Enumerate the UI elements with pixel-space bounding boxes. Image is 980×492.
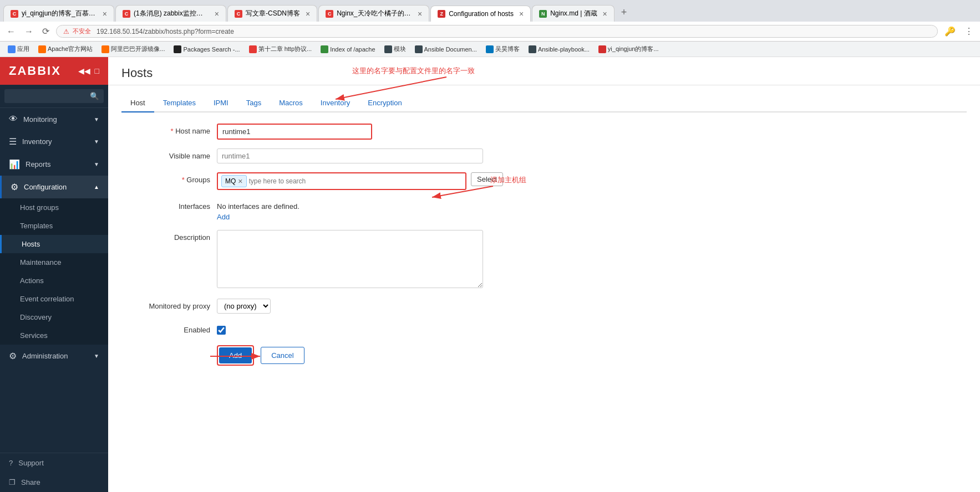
- forward-button[interactable]: →: [22, 25, 35, 38]
- apps-icon: [8, 45, 16, 53]
- proxy-select[interactable]: (no proxy): [217, 299, 271, 314]
- tab-host[interactable]: Host: [121, 94, 154, 112]
- tab-macros[interactable]: Macros: [270, 94, 312, 112]
- page-title: Hosts: [121, 66, 967, 80]
- tab-title-5: Configuration of hosts: [449, 10, 514, 18]
- monitoring-icon: 👁: [9, 114, 18, 124]
- tag-remove-button[interactable]: ×: [238, 177, 242, 186]
- yi-icon: [598, 45, 606, 53]
- host-name-input[interactable]: [217, 124, 372, 140]
- back-button[interactable]: ←: [4, 25, 18, 38]
- menu-button[interactable]: ⋮: [962, 25, 976, 38]
- ansible-pb-icon: [529, 45, 536, 53]
- bookmark-module[interactable]: 模块: [381, 44, 409, 54]
- visible-name-row: Visible name: [121, 148, 967, 163]
- bookmark-http-label: 第十二章 http协议...: [258, 45, 312, 53]
- proxy-label: Monitored by proxy: [121, 299, 210, 310]
- tab-ipmi[interactable]: IPMI: [205, 94, 237, 112]
- tab-close-1[interactable]: ×: [103, 9, 107, 18]
- bookmark-packages[interactable]: Packages Search -...: [170, 44, 243, 54]
- sidebar-item-hosts[interactable]: Hosts: [0, 235, 108, 253]
- security-icon: ⚠: [63, 28, 69, 35]
- add-button[interactable]: Add: [219, 347, 252, 363]
- cancel-button[interactable]: Cancel: [261, 347, 304, 364]
- tab-6[interactable]: N Nginx.md | 酒蔵 ×: [532, 5, 615, 22]
- sidebar-item-discovery[interactable]: Discovery: [0, 308, 108, 326]
- bookmark-wuhao[interactable]: 吴昊博客: [483, 44, 523, 54]
- bookmark-alibaba[interactable]: 阿里巴巴开源镜像...: [98, 44, 168, 54]
- tab-inventory[interactable]: Inventory: [312, 94, 359, 112]
- monitoring-chevron: ▼: [94, 116, 99, 122]
- bookmark-yi[interactable]: yi_qingjun的博客...: [595, 44, 662, 54]
- proxy-control: (no proxy): [217, 299, 494, 314]
- description-label: Description: [121, 230, 210, 242]
- tab-1[interactable]: C yi_qingjun的博客_百慕倾倾 ×: [3, 5, 114, 22]
- tab-close-3[interactable]: ×: [306, 9, 310, 18]
- tab-2[interactable]: C (1条消息) zabbix监控流程_y ×: [115, 5, 226, 22]
- sidebar-item-share[interactable]: ❐ Share: [0, 473, 108, 492]
- sidebar-item-inventory[interactable]: ☰ Inventory ▼: [0, 130, 108, 153]
- sidebar-item-services[interactable]: Services: [0, 326, 108, 345]
- new-tab-button[interactable]: +: [616, 3, 633, 22]
- support-label: Support: [18, 459, 44, 467]
- inventory-icon: ☰: [9, 136, 17, 147]
- bookmark-alibaba-label: 阿里巴巴开源镜像...: [111, 45, 165, 53]
- sidebar-item-templates[interactable]: Templates: [0, 217, 108, 235]
- search-button[interactable]: 🔍: [85, 89, 104, 103]
- tab-close-4[interactable]: ×: [418, 9, 422, 18]
- tab-5[interactable]: Z Configuration of hosts ×: [430, 6, 531, 22]
- tab-close-2[interactable]: ×: [215, 9, 219, 18]
- extensions-button[interactable]: 🔑: [942, 25, 958, 38]
- sidebar-item-actions[interactable]: Actions: [0, 271, 108, 290]
- collapse-icon[interactable]: ◀◀: [78, 66, 90, 75]
- tab-close-6[interactable]: ×: [603, 9, 607, 18]
- description-input[interactable]: [217, 230, 483, 288]
- host-name-row: Host name 这里的名字要与配置文件里的名字一致: [121, 124, 967, 140]
- tab-3[interactable]: C 写文章-CSDN博客 ×: [227, 5, 317, 22]
- search-input[interactable]: [4, 89, 85, 103]
- form-area: Host Templates IPMI Tags Macros Inventor…: [108, 85, 980, 375]
- tab-close-5[interactable]: ×: [519, 9, 524, 18]
- refresh-button[interactable]: ⟳: [40, 25, 52, 38]
- address-text: 192.168.50.154/zabbix/hosts.php?form=cre…: [97, 28, 234, 35]
- interfaces-add-link[interactable]: Add: [217, 213, 494, 221]
- tab-tags[interactable]: Tags: [237, 94, 270, 112]
- sidebar-item-support[interactable]: ? Support: [0, 453, 108, 473]
- reports-label: Reports: [26, 160, 51, 168]
- wuhao-icon: [486, 45, 494, 53]
- sidebar-item-configuration[interactable]: ⚙ Configuration ▲: [0, 176, 108, 198]
- sidebar-item-maintenance[interactable]: Maintenance: [0, 253, 108, 271]
- bookmark-apps-label: 应用: [17, 45, 29, 53]
- sidebar-item-reports[interactable]: 📊 Reports ▼: [0, 153, 108, 176]
- tab-templates[interactable]: Templates: [154, 94, 205, 112]
- sidebar-item-monitoring[interactable]: 👁 Monitoring ▼: [0, 108, 108, 130]
- bookmark-wuhao-label: 吴昊博客: [495, 45, 520, 53]
- tab-4[interactable]: C Nginx_天冷吃个橘子的博客... ×: [318, 5, 429, 22]
- logo-controls[interactable]: ◀◀ □: [78, 66, 99, 75]
- sidebar-item-host-groups[interactable]: Host groups: [0, 198, 108, 217]
- page-header: Hosts: [108, 57, 980, 85]
- tab-favicon-1: C: [11, 10, 18, 18]
- expand-icon[interactable]: □: [95, 66, 99, 75]
- groups-control: MQ × Select: [217, 172, 516, 190]
- tab-encryption[interactable]: Encryption: [359, 94, 410, 112]
- select-button[interactable]: Select: [471, 172, 503, 186]
- host-name-control: [217, 124, 494, 140]
- sidebar-item-event-correlation[interactable]: Event correlation: [0, 290, 108, 308]
- bookmark-ansible-playbook[interactable]: Ansible-playbook...: [525, 44, 593, 54]
- bookmark-yi-label: yi_qingjun的博客...: [608, 45, 659, 53]
- app-layout: ZABBIX ◀◀ □ 🔍 👁 Monitoring ▼ ☰ Inventory…: [0, 57, 980, 492]
- bookmark-ansible-doc[interactable]: Ansible Documen...: [412, 44, 480, 54]
- groups-search-input[interactable]: [249, 177, 462, 185]
- bookmark-http[interactable]: 第十二章 http协议...: [246, 44, 316, 54]
- sidebar-item-administration[interactable]: ⚙ Administration ▼: [0, 345, 108, 367]
- bookmark-apache-index[interactable]: Index of /apache: [317, 44, 378, 54]
- group-tag-label: MQ: [225, 177, 236, 185]
- visible-name-input[interactable]: [217, 148, 483, 163]
- main-content: Hosts Host Templates IPMI Tags Macros In…: [108, 57, 980, 492]
- bookmark-apache[interactable]: Apache官方网站: [35, 44, 96, 54]
- description-control: [217, 230, 494, 290]
- enabled-checkbox[interactable]: [217, 326, 226, 335]
- bookmark-apps[interactable]: 应用: [4, 44, 33, 54]
- reports-chevron: ▼: [94, 161, 99, 167]
